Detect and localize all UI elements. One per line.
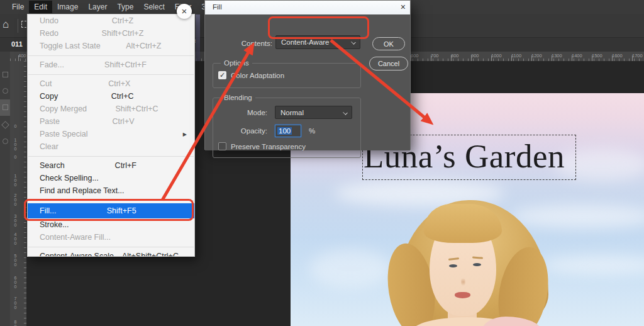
menubar-item[interactable]: Layer — [83, 1, 112, 13]
menu-item[interactable]: Clear — [28, 140, 194, 153]
close-button[interactable]: × — [177, 4, 192, 19]
menu-item[interactable]: Redo Shift+Ctrl+Z — [28, 27, 194, 40]
ruler-label: 700 — [13, 296, 18, 310]
ruler-label: 1000 — [491, 53, 511, 59]
ok-button[interactable]: OK — [372, 37, 405, 50]
mode-dropdown[interactable]: Normal — [275, 106, 352, 119]
annotation-box-contents — [268, 16, 369, 39]
girl-hair-fringe — [424, 204, 502, 243]
cloud — [511, 205, 644, 228]
ruler-label: 600 — [411, 53, 431, 59]
tool-icon[interactable] — [3, 72, 8, 77]
window-edge — [196, 14, 200, 61]
menu-item-shortcut: Ctrl+X — [108, 79, 130, 88]
dialog-title: Fill — [213, 3, 222, 11]
menu-item[interactable]: Fade... Shift+Ctrl+F — [28, 59, 194, 71]
chevron-down-icon — [343, 110, 348, 115]
blending-group: Blending Mode: Normal Opacity: 100 % Pre… — [213, 98, 361, 158]
girl-eye — [449, 264, 457, 267]
menubar-item[interactable]: Image — [52, 1, 83, 13]
photoshop-app: Luna’s Garden File Edit Image Layer Type… — [0, 0, 644, 326]
menu-item-shortcut: Alt+Ctrl+Z — [126, 42, 161, 50]
contents-label: Contents: — [213, 40, 272, 47]
toolbar-divider — [18, 19, 18, 33]
menu-item[interactable]: Undo Ctrl+Z — [28, 14, 194, 27]
tools-panel — [0, 52, 10, 326]
dialog-close-icon[interactable]: × — [401, 2, 406, 12]
menu-item[interactable]: Paste Special ▶ — [28, 128, 194, 140]
tool-icon[interactable] — [1, 121, 9, 129]
options-group-legend: Options — [221, 59, 252, 67]
menu-item[interactable] — [28, 244, 194, 250]
menubar-item[interactable]: File — [7, 1, 29, 13]
ruler-labels: 6007008009001000110012001300140015001600… — [411, 53, 644, 59]
ruler-label: 100 — [13, 138, 18, 151]
menubar-item[interactable]: Type — [112, 1, 138, 13]
menu-item-label: Clear — [40, 142, 58, 151]
menu-item[interactable]: Paste Ctrl+V — [28, 115, 194, 128]
ruler-label: 1700 — [632, 53, 644, 59]
menu-item[interactable] — [28, 153, 194, 159]
annotation-box-fill-item — [24, 199, 194, 221]
preserve-transparency-checkbox[interactable] — [218, 142, 226, 150]
ruler-label: 300 — [13, 214, 18, 227]
menu-item[interactable]: Copy Ctrl+C — [28, 90, 194, 103]
menu-item-shortcut: Ctrl+Z — [112, 16, 133, 25]
menu-item-shortcut: Alt+Shift+Ctrl+C — [122, 252, 179, 257]
menu-item-label: Content-Aware Fill... — [40, 233, 111, 242]
ruler-label: 1300 — [552, 53, 572, 59]
ruler-label: 1400 — [572, 53, 592, 59]
tool-icon[interactable] — [3, 88, 8, 94]
menu-item-label: Search — [40, 161, 65, 170]
menu-item-label: Toggle Last State — [40, 42, 101, 50]
submenu-arrow-icon: ▶ — [183, 132, 187, 137]
ruler-label: 200 — [13, 193, 18, 206]
ruler-label: 800 — [13, 320, 18, 326]
menu-item[interactable]: Copy Merged Shift+Ctrl+C — [28, 103, 194, 115]
menu-item-label: Undo — [40, 16, 58, 25]
opacity-label: Opacity: — [218, 127, 267, 135]
menu-item-shortcut: Shift+Ctrl+Z — [102, 29, 144, 38]
cancel-button[interactable]: Cancel — [369, 57, 408, 70]
preserve-transparency-label: Preserve Transparency — [231, 143, 306, 150]
menu-item[interactable]: Search Ctrl+F — [28, 159, 194, 172]
menu-item[interactable]: Cut Ctrl+X — [28, 77, 194, 90]
menu-item-shortcut: Shift+Ctrl+F — [104, 60, 147, 69]
menu-item[interactable] — [28, 52, 194, 59]
menu-item[interactable]: Find and Replace Text... — [28, 184, 194, 197]
menu-item[interactable] — [28, 71, 194, 77]
color-adaptation-label: Color Adaptation — [231, 72, 284, 79]
menu-item-shortcut: Ctrl+F — [115, 161, 136, 170]
opacity-unit: % — [309, 127, 315, 135]
menu-item-label: Redo — [40, 29, 58, 38]
menubar-item[interactable]: Select — [138, 1, 169, 13]
menu-item[interactable]: Toggle Last State Alt+Ctrl+Z — [28, 40, 194, 52]
menu-item-shortcut: Shift+Ctrl+C — [115, 104, 158, 113]
dialog-title-bar[interactable]: Fill × — [205, 1, 410, 14]
ruler-label: 1200 — [531, 53, 552, 59]
cloud — [542, 256, 644, 274]
menubar-item[interactable]: Edit — [29, 1, 52, 13]
ruler-label: 400 — [18, 53, 26, 59]
document-tab-title[interactable]: 011 — [11, 40, 23, 48]
chevron-down-icon — [351, 40, 356, 45]
opacity-value: 100 — [277, 127, 292, 135]
menu-item-shortcut: Ctrl+C — [111, 92, 134, 101]
tool-icon[interactable] — [3, 138, 8, 144]
opacity-input[interactable]: 100 — [275, 125, 301, 137]
menu-item[interactable]: Content-Aware Scale Alt+Shift+Ctrl+C — [28, 250, 194, 257]
ruler-label: 600 — [13, 276, 18, 289]
menu-item-label: Paste Special — [40, 130, 87, 138]
menu-item-label: Fade... — [40, 60, 64, 69]
menu-item[interactable]: Check Spelling... — [28, 172, 194, 184]
tool-icon[interactable] — [3, 104, 8, 110]
menu-item[interactable]: Content-Aware Fill... — [28, 231, 194, 244]
ruler-label: 1100 — [511, 53, 531, 59]
mode-label: Mode: — [218, 109, 267, 116]
ruler-label: 500 — [13, 254, 18, 267]
home-icon[interactable]: ⌂ — [3, 18, 9, 31]
ruler-label: 1600 — [612, 53, 632, 59]
color-adaptation-checkbox[interactable]: ✓ — [218, 71, 226, 79]
ruler-label: 100 — [13, 174, 18, 187]
mode-dropdown-value: Normal — [280, 109, 304, 116]
